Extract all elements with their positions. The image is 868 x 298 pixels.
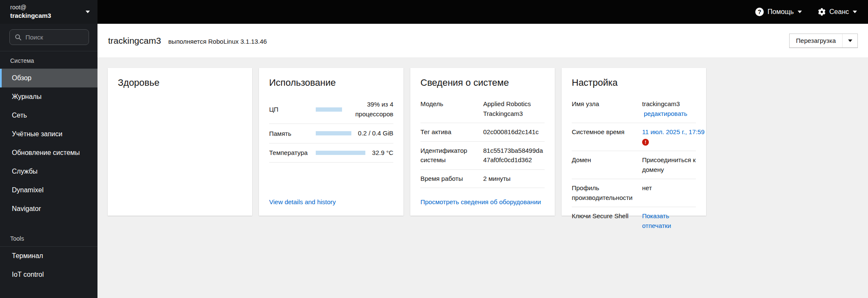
page-title-group: trackingcam3 выполняется RoboLinux 3.1.1… [108, 36, 267, 46]
search-input[interactable] [25, 34, 83, 41]
sidebar: root@ trackingcam3 Система Обзор Журналы [0, 0, 97, 298]
system-time-cell: 11 июл. 2025 г., 17:59 [642, 127, 704, 146]
ssh-keys-label: Ключи Secure Shell [572, 211, 635, 231]
sidebar-search-area [0, 24, 97, 51]
os-subtitle: выполняется RoboLinux 3.1.13.46 [168, 38, 267, 45]
sidebar-item-terminal[interactable]: Терминал [0, 247, 97, 265]
system-info-card: Сведения о системе Модель Applied Roboti… [410, 68, 555, 216]
config-row-ssh-keys: Ключи Secure Shell Показать отпечатки [572, 207, 696, 235]
temperature-label: Температура [269, 149, 316, 156]
host-switcher[interactable]: root@ trackingcam3 [0, 0, 97, 24]
domain-join-value[interactable]: Присоединиться к домену [642, 155, 696, 174]
hostname-value-cell: trackingcam3 редактировать [642, 99, 696, 118]
page-header: trackingcam3 выполняется RoboLinux 3.1.1… [97, 24, 868, 57]
usage-row-cpu: ЦП 39% из 4 процессоров [269, 95, 393, 124]
model-label: Модель [420, 99, 476, 118]
asset-tag-label: Тег актива [420, 127, 476, 137]
sidebar-item-accounts[interactable]: Учётные записи [0, 125, 97, 143]
search-box[interactable] [9, 29, 89, 45]
memory-progress-bar [316, 131, 351, 135]
help-menu[interactable]: Помощь [755, 8, 802, 16]
sidebar-item-overview[interactable]: Обзор [0, 69, 97, 87]
help-icon [755, 8, 764, 16]
health-card-title: Здоровье [118, 77, 242, 88]
nav-items-tools: Терминал IoT control [0, 246, 97, 284]
system-time-link[interactable]: 11 июл. 2025 г., 17:59 [642, 128, 704, 135]
usage-card: Использование ЦП 39% из 4 процессоров Па… [259, 68, 403, 216]
uptime-label: Время работы [420, 174, 476, 184]
config-row-domain: Домен Присоединиться к домену [572, 151, 696, 179]
configuration-card-title: Настройка [572, 77, 696, 88]
usage-row-memory: Память 0.2 / 0.4 GiB [269, 124, 393, 143]
masthead: Помощь Сеанс [97, 0, 868, 24]
card-grid: Здоровье Использование ЦП 39% из 4 проце… [108, 68, 858, 216]
sidebar-item-dynamixel[interactable]: Dynamixel [0, 181, 97, 200]
memory-value: 0.2 / 0.4 GiB [358, 129, 393, 138]
cpu-progress-bar [316, 107, 342, 112]
logged-in-user: root@ [10, 3, 51, 11]
sidebar-item-network[interactable]: Сеть [0, 106, 97, 125]
nav-section-title-system: Система [0, 51, 97, 68]
config-row-performance-profile: Профиль производительности нет [572, 179, 696, 207]
session-menu[interactable]: Сеанс [818, 8, 857, 16]
ssh-fingerprints-link[interactable]: Показать отпечатки [642, 211, 696, 231]
main-area: Помощь Сеанс trackingcam3 выполняется Ro… [97, 0, 868, 298]
model-value: Applied Robotics Trackingcam3 [483, 99, 545, 118]
search-icon [15, 34, 22, 41]
uptime-value: 2 минуты [483, 174, 545, 184]
machine-id-label: Идентификатор системы [420, 146, 476, 165]
overview-content: Здоровье Использование ЦП 39% из 4 проце… [97, 57, 868, 298]
sidebar-item-navigator[interactable]: Navigator [0, 200, 97, 218]
nav-section-system: Система Обзор Журналы Сеть Учётные запис… [0, 51, 97, 218]
cpu-value: 39% из 4 процессоров [349, 100, 393, 119]
config-row-system-time: Системное время 11 июл. 2025 г., 17:59 [572, 123, 696, 151]
hardware-details-link[interactable]: Просмотреть сведения об оборудовании [420, 198, 541, 205]
performance-profile-value: нет [642, 183, 696, 202]
performance-profile-label: Профиль производительности [572, 183, 635, 202]
configuration-card: Настройка Имя узла trackingcam3 редактир… [562, 68, 706, 216]
gear-icon [818, 8, 826, 16]
asset-tag-value: 02c000816d2c141c [483, 127, 545, 137]
help-menu-label: Помощь [768, 8, 794, 16]
app-root: root@ trackingcam3 Система Обзор Журналы [0, 0, 868, 298]
system-time-label: Системное время [572, 127, 635, 146]
restart-button-label[interactable]: Перезагрузка [790, 34, 842, 48]
cpu-label: ЦП [269, 106, 316, 113]
nav-section-tools: Tools Терминал IoT control [0, 229, 97, 284]
info-row-uptime: Время работы 2 минуты [420, 170, 545, 188]
chevron-down-icon [848, 39, 852, 42]
host-switcher-text: root@ trackingcam3 [10, 3, 51, 20]
hostname-edit-link[interactable]: редактировать [644, 109, 687, 119]
machine-id-value: 81c55173ba58499da47af0fc0cd1d362 [483, 146, 545, 165]
system-info-card-title: Сведения о системе [420, 77, 545, 88]
temperature-value: 32.9 °C [372, 148, 393, 158]
restart-split-button[interactable]: Перезагрузка [789, 34, 858, 48]
info-row-machine-id: Идентификатор системы 81c55173ba58499da4… [420, 142, 545, 170]
nav-section-title-tools: Tools [0, 229, 97, 246]
sidebar-item-iot-control[interactable]: IoT control [0, 265, 97, 284]
hostname-label: Имя узла [572, 99, 635, 118]
usage-details-link[interactable]: View details and history [269, 198, 336, 205]
usage-card-title: Использование [269, 77, 393, 88]
sidebar-item-services[interactable]: Службы [0, 162, 97, 181]
domain-label: Домен [572, 155, 635, 174]
current-host: trackingcam3 [10, 11, 51, 20]
info-row-model: Модель Applied Robotics Trackingcam3 [420, 95, 545, 123]
nav-items-system: Обзор Журналы Сеть Учётные записи Обновл… [0, 68, 97, 218]
chevron-down-icon [798, 11, 802, 13]
sidebar-item-updates[interactable]: Обновление системы [0, 143, 97, 162]
sidebar-nav: Система Обзор Журналы Сеть Учётные запис… [0, 51, 97, 298]
time-sync-warning-icon[interactable] [642, 139, 649, 146]
hostname-value: trackingcam3 [642, 100, 680, 107]
chevron-down-icon [86, 11, 90, 13]
config-row-hostname: Имя узла trackingcam3 редактировать [572, 95, 696, 123]
memory-label: Память [269, 130, 316, 137]
page-title: trackingcam3 [108, 36, 161, 46]
info-row-asset-tag: Тег актива 02c000816d2c141c [420, 123, 545, 142]
chevron-down-icon [853, 11, 857, 13]
session-menu-label: Сеанс [829, 8, 849, 16]
usage-row-temperature: Температура 32.9 °C [269, 143, 393, 163]
sidebar-item-logs[interactable]: Журналы [0, 87, 97, 106]
restart-dropdown-toggle[interactable] [842, 34, 857, 48]
temperature-progress-bar [316, 151, 365, 155]
